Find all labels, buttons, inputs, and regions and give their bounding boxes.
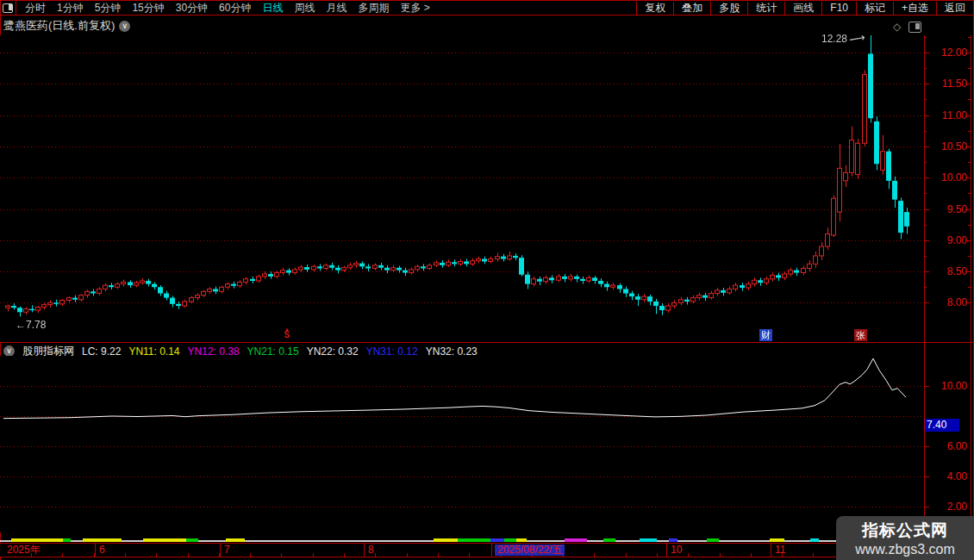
date-tick	[720, 553, 721, 557]
date-tick	[281, 553, 282, 557]
action-item-6[interactable]: 标记	[856, 2, 893, 15]
ribbon-segment	[603, 538, 615, 542]
action-item-0[interactable]: 复权	[636, 2, 673, 15]
signal-ribbon	[0, 536, 919, 543]
price-axis-tick	[965, 271, 971, 272]
period-item-3[interactable]: 15分钟	[132, 1, 164, 16]
indicator-canvas[interactable]	[0, 356, 924, 532]
action-menu: 复权叠加多股统计画线F10标记+自选返回	[636, 2, 974, 15]
diamond-icon[interactable]: ◇	[893, 21, 901, 33]
trading-app-window: 分时1分钟5分钟15分钟30分钟60分钟日线周线月线多周期更多 > 复权叠加多股…	[0, 0, 974, 560]
date-label-1[interactable]: 6	[99, 544, 105, 556]
date-axis[interactable]: 2025年6782025/08/22/五1011	[0, 544, 974, 557]
ribbon-segment	[83, 538, 122, 542]
indicator-axis-tick	[924, 507, 929, 507]
indicator-top-border	[0, 342, 974, 343]
price-axis-tick	[968, 162, 971, 163]
price-axis-label-4: 10.00	[926, 171, 967, 184]
price-axis-tick	[924, 84, 929, 84]
price-axis-label-1: 11.50	[926, 78, 967, 90]
period-item-0[interactable]: 分时	[25, 1, 46, 16]
ribbon-segment	[504, 538, 516, 542]
date-tick	[125, 553, 126, 557]
date-label-2[interactable]: 7	[224, 544, 230, 556]
current-value-badge: 7.40	[925, 419, 959, 432]
action-item-3[interactable]: 统计	[747, 2, 784, 15]
price-axis-tick	[968, 37, 971, 38]
price-axis-tick	[968, 193, 971, 194]
action-item-2[interactable]: 多股	[710, 2, 747, 15]
price-axis-tick	[968, 131, 971, 132]
low-price-annotation: ←7.78	[16, 319, 46, 331]
price-axis-tick	[924, 225, 927, 226]
price-axis-tick	[924, 53, 929, 53]
month-separator	[364, 544, 365, 557]
action-item-4[interactable]: 画线	[784, 2, 821, 15]
price-axis-tick	[965, 209, 971, 210]
price-axis-tick	[965, 146, 971, 147]
month-separator	[771, 544, 771, 557]
event-flag-1[interactable]: 财	[759, 329, 772, 341]
period-item-8[interactable]: 月线	[326, 1, 347, 16]
price-axis-tick	[924, 209, 929, 210]
price-axis-tick	[968, 225, 971, 226]
action-item-1[interactable]: 叠加	[673, 2, 710, 15]
event-flag-2[interactable]: 张	[854, 329, 867, 341]
period-item-10[interactable]: 更多 >	[400, 1, 429, 16]
selected-date-label[interactable]: 2025/08/22/五	[495, 544, 565, 556]
period-toolbar: 分时1分钟5分钟15分钟30分钟60分钟日线周线月线多周期更多 > 复权叠加多股…	[0, 1, 974, 15]
date-tick	[469, 553, 470, 557]
indicator-axis-label-3: 2.00	[926, 501, 967, 513]
price-axis-label-8: 8.00	[926, 296, 967, 308]
date-tick	[594, 553, 595, 557]
price-axis-tick	[924, 99, 927, 100]
period-item-7[interactable]: 周线	[294, 1, 315, 16]
date-label-5[interactable]: 10	[671, 544, 682, 556]
price-axis-tick	[965, 177, 971, 178]
watermark-badge: 指标公式网 www.zbgs3.com	[836, 516, 974, 560]
date-label-6[interactable]: 11	[775, 544, 785, 556]
price-axis-tick	[924, 193, 927, 194]
action-item-5[interactable]: F10	[821, 2, 856, 15]
price-axis-label-2: 11.00	[926, 109, 967, 121]
chevron-down-icon[interactable]: ∨	[119, 21, 130, 32]
period-item-4[interactable]: 30分钟	[176, 1, 208, 16]
ribbon-segment	[143, 538, 186, 542]
window-split-icon[interactable]	[908, 22, 921, 33]
chart-titlebar: 鹭燕医药(日线.前复权) ∨	[3, 18, 130, 34]
date-tick	[751, 553, 752, 557]
month-separator	[491, 544, 492, 557]
date-label-0[interactable]: 2025年	[7, 544, 41, 556]
date-tick	[407, 553, 408, 557]
date-tick	[250, 553, 251, 557]
ribbon-segment	[490, 538, 504, 542]
price-axis-tick	[924, 37, 927, 38]
date-axis-bottom-border	[0, 557, 974, 557]
price-axis-tick	[924, 146, 929, 147]
watermark-url: www.zbgs3.com	[855, 542, 955, 557]
month-separator	[666, 544, 667, 557]
period-item-1[interactable]: 1分钟	[57, 1, 84, 16]
indicator-axis-label-2: 4.00	[926, 470, 967, 482]
price-axis-tick	[924, 256, 927, 257]
high-price-annotation: 12.28⟶	[821, 32, 865, 45]
main-chart-canvas[interactable]	[0, 35, 924, 342]
period-item-2[interactable]: 5分钟	[95, 1, 122, 16]
action-item-8[interactable]: 返回	[936, 2, 974, 15]
date-label-3[interactable]: 8	[368, 544, 374, 556]
period-item-6[interactable]: 日线	[262, 1, 283, 16]
period-item-5[interactable]: 60分钟	[219, 1, 251, 16]
ribbon-segment	[226, 538, 245, 542]
date-tick	[156, 553, 157, 557]
indicator-axis-tick	[924, 446, 929, 447]
date-tick	[219, 553, 220, 557]
indicator-axis-tick	[924, 386, 929, 387]
price-axis-label-7: 8.50	[926, 265, 967, 277]
period-item-9[interactable]: 多周期	[358, 1, 389, 16]
date-tick	[94, 553, 95, 557]
price-axis-tick	[924, 240, 929, 241]
date-tick	[344, 553, 345, 557]
layout-panel-icon[interactable]	[0, 1, 16, 15]
axis-separator-line	[924, 35, 925, 557]
action-item-7[interactable]: +自选	[893, 2, 936, 15]
